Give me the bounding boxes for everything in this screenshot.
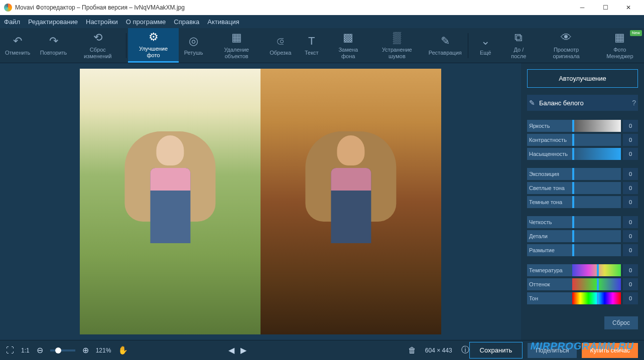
remove-objects-button[interactable]: ▦Удаление объектов (209, 28, 265, 63)
close-button[interactable]: ✕ (617, 0, 640, 15)
slider-temperature[interactable] (572, 264, 621, 276)
menu-settings[interactable]: Настройки (86, 18, 118, 26)
redo-icon: ↷ (49, 35, 58, 48)
white-balance-row[interactable]: ✎ Баланс белого ? (527, 95, 638, 111)
slider-blur-value[interactable]: 0 (623, 244, 638, 256)
white-balance-label: Баланс белого (539, 99, 632, 107)
app-icon (4, 4, 12, 12)
statusbar: ⛶ 1:1 ⊖ ⊕ 121% ✋ ◀ ▶ 🗑 604 × 443 ⓘ Сохра… (0, 340, 644, 360)
crop-button[interactable]: ⟃Обрезка (265, 28, 297, 63)
slider-hue-label: Тон (527, 292, 572, 304)
view-original-button[interactable]: 👁Просмотр оригинала (537, 28, 596, 63)
slider-temperature-label: Температура (527, 264, 572, 276)
slider-exposure-label: Экспозиция (527, 168, 572, 180)
slider-hue[interactable] (572, 292, 621, 304)
dimensions-label: 604 × 443 (425, 347, 452, 354)
slider-brightness-value[interactable]: 0 (623, 120, 638, 132)
change-bg-button[interactable]: ▩Замена фона (327, 28, 370, 63)
slider-tint-label: Оттенок (527, 278, 572, 290)
new-badge: New (630, 30, 642, 36)
slider-tint-value[interactable]: 0 (623, 278, 638, 290)
undo-button[interactable]: ↶Отменить (0, 28, 35, 63)
reset-changes-button[interactable]: ⟲Сброс изменений (72, 28, 124, 63)
before-after-button[interactable]: ⧉До / после (500, 28, 537, 63)
slider-shadows-value[interactable]: 0 (623, 196, 638, 208)
slider-shadows[interactable] (572, 196, 621, 208)
slider-contrast-value[interactable]: 0 (623, 134, 638, 146)
bg-icon: ▩ (343, 31, 353, 44)
slider-blur[interactable] (572, 244, 621, 256)
image-after (261, 69, 441, 334)
crop-icon: ⟃ (277, 35, 284, 48)
delete-button[interactable]: 🗑 (408, 346, 416, 355)
toolbar: ↶Отменить ↷Повторить ⟲Сброс изменений ⚙У… (0, 28, 644, 63)
save-button[interactable]: Сохранить (469, 342, 523, 358)
eyedropper-icon[interactable]: ✎ (529, 99, 535, 107)
slider-exposure[interactable] (572, 168, 621, 180)
prev-image-button[interactable]: ◀ (228, 345, 234, 355)
titlebar: Movavi Фоторедактор – Пробная версия – I… (0, 0, 644, 15)
slider-exposure-value[interactable]: 0 (623, 168, 638, 180)
more-button[interactable]: ⌄Ещё (470, 28, 500, 63)
pan-button[interactable]: ✋ (118, 345, 128, 355)
maximize-button[interactable]: ☐ (594, 0, 617, 15)
zoom-in-button[interactable]: ⊕ (82, 345, 89, 355)
chevron-down-icon: ⌄ (481, 35, 490, 48)
zoom-out-button[interactable]: ⊖ (37, 345, 43, 355)
auto-enhance-button[interactable]: Автоулучшение (527, 69, 638, 88)
next-image-button[interactable]: ▶ (240, 345, 246, 355)
undo-icon: ↶ (13, 35, 22, 48)
share-button[interactable]: Поделиться (528, 343, 577, 358)
slider-details-value[interactable]: 0 (623, 230, 638, 242)
compare-icon: ⧉ (514, 31, 523, 44)
restore-icon: ✎ (441, 35, 450, 48)
slider-saturation-value[interactable]: 0 (623, 148, 638, 160)
slider-sharpness-label: Четкость (527, 216, 572, 228)
adjustments-panel: Автоулучшение ✎ Баланс белого ? Яркость0… (521, 63, 644, 340)
photo-manager-button[interactable]: New▦Фото Менеджер (596, 28, 644, 63)
slider-sharpness-value[interactable]: 0 (623, 216, 638, 228)
canvas-area[interactable] (0, 63, 521, 340)
slider-hue-value[interactable]: 0 (623, 292, 638, 304)
zoom-value: 121% (96, 347, 111, 354)
menu-about[interactable]: О программе (126, 18, 166, 26)
slider-saturation-label: Насыщенность (527, 148, 572, 160)
separator (468, 33, 468, 58)
slider-highlights[interactable] (572, 182, 621, 194)
restore-button[interactable]: ✎Реставрация (424, 28, 466, 63)
slider-contrast[interactable] (572, 134, 621, 146)
remove-icon: ▦ (231, 31, 242, 44)
slider-details[interactable] (572, 230, 621, 242)
fullscreen-button[interactable]: ⛶ (6, 346, 14, 355)
menu-activation[interactable]: Активация (207, 18, 239, 26)
slider-contrast-label: Контрастность (527, 134, 572, 146)
menubar: Файл Редактирование Настройки О программ… (0, 15, 644, 28)
noise-icon: ▒ (393, 31, 401, 44)
text-icon: T (308, 35, 315, 48)
minimize-button[interactable]: ─ (571, 0, 594, 15)
reset-button[interactable]: Сброс (604, 316, 638, 329)
slider-highlights-value[interactable]: 0 (623, 182, 638, 194)
slider-shadows-label: Темные тона (527, 196, 572, 208)
menu-file[interactable]: Файл (4, 18, 20, 26)
enhance-button[interactable]: ⚙Улучшение фото (128, 28, 178, 63)
retouch-button[interactable]: ◎Ретушь (179, 28, 209, 63)
slider-brightness-label: Яркость (527, 120, 572, 132)
zoom-slider[interactable] (50, 349, 75, 351)
slider-saturation[interactable] (572, 148, 621, 160)
redo-button[interactable]: ↷Повторить (35, 28, 72, 63)
slider-sharpness[interactable] (572, 216, 621, 228)
help-icon[interactable]: ? (632, 99, 636, 107)
slider-tint[interactable] (572, 278, 621, 290)
text-button[interactable]: TТекст (297, 28, 327, 63)
info-button[interactable]: ⓘ (461, 345, 469, 355)
sliders-icon: ⚙ (149, 31, 159, 44)
fit-label[interactable]: 1:1 (21, 347, 30, 354)
menu-help[interactable]: Справка (174, 18, 199, 26)
menu-edit[interactable]: Редактирование (28, 18, 78, 26)
denoise-button[interactable]: ▒Устранение шумов (370, 28, 425, 63)
buy-button[interactable]: Купить сейчас (582, 343, 638, 358)
slider-temperature-value[interactable]: 0 (623, 264, 638, 276)
slider-brightness[interactable] (572, 120, 621, 132)
grid-icon: ▦ (614, 31, 625, 44)
